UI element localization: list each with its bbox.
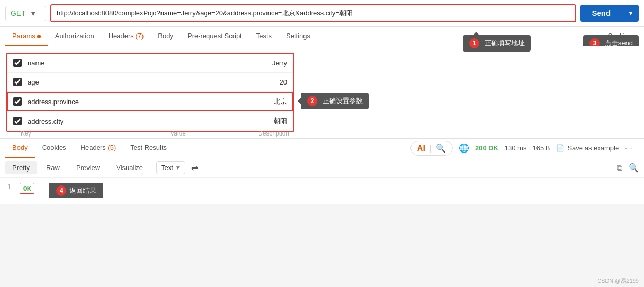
format-tab-raw-label: Raw <box>46 164 60 172</box>
send-dropdown-button[interactable]: ▼ <box>622 5 639 22</box>
response-body: 1 OK 4 返回结果 <box>0 178 644 204</box>
tooltip-2: 2 正确设置参数 <box>301 93 369 109</box>
save-as-example-button[interactable]: 📄 Save as example <box>556 144 619 152</box>
format-tabs-bar: Pretty Raw Preview Visualize Text ▼ ⇌ ⧉ … <box>0 158 644 178</box>
tab-cookies-top-label: Cookies <box>607 32 632 40</box>
format-select-value: Text <box>161 164 173 172</box>
format-tab-preview[interactable]: Preview <box>69 161 107 174</box>
step-badge-4: 4 <box>56 185 66 196</box>
save-icon: 📄 <box>556 144 564 152</box>
tab-tests[interactable]: Tests <box>249 27 279 46</box>
response-tab-headers-label: Headers (5) <box>81 144 116 151</box>
url-input[interactable] <box>51 5 575 21</box>
tab-settings[interactable]: Settings <box>279 27 317 46</box>
tab-tests-label: Tests <box>256 32 272 40</box>
response-tab-test-results[interactable]: Test Results <box>123 139 174 158</box>
format-select-arrow: ▼ <box>175 165 181 171</box>
tooltip-4: 4 返回结果 <box>49 183 103 198</box>
request-tabs-bar: Params Authorization Headers (7) Body Pr… <box>0 27 644 46</box>
save-example-label: Save as example <box>567 144 619 152</box>
format-tab-raw[interactable]: Raw <box>39 161 67 174</box>
tab-headers-label: Headers (7) <box>109 32 144 40</box>
format-tab-preview-label: Preview <box>76 164 100 172</box>
tab-settings-label: Settings <box>286 32 310 40</box>
globe-icon: 🌐 <box>459 143 469 153</box>
url-input-wrapper <box>50 4 576 22</box>
tab-cookies-top[interactable]: Cookies <box>600 27 639 46</box>
copy-icon[interactable]: ⧉ <box>617 163 622 173</box>
footer-value-label: Value <box>124 130 186 137</box>
method-label: GET <box>11 9 26 18</box>
more-options-button[interactable]: ··· <box>625 144 634 152</box>
send-button-group: Send ▼ <box>580 5 639 22</box>
param-checkbox-address-province[interactable] <box>13 97 22 106</box>
tooltip-1: 1 正确填写地址 <box>463 35 531 52</box>
tab-authorization[interactable]: Authorization <box>48 27 101 46</box>
format-tab-pretty[interactable]: Pretty <box>5 161 37 174</box>
param-value-address-province: 北京 <box>225 97 287 106</box>
tab-params-label: Params <box>12 32 35 40</box>
param-checkbox-age[interactable] <box>13 78 22 86</box>
tooltip-2-text: 正确设置参数 <box>323 97 363 105</box>
tooltip-4-text: 返回结果 <box>69 186 96 195</box>
param-key-address-city: address.city <box>28 117 219 125</box>
response-time: 130 ms <box>505 144 527 152</box>
param-value-address-city: 朝阳 <box>225 116 287 126</box>
method-selector[interactable]: GET ▼ <box>5 6 46 21</box>
line-number-1: 1 <box>7 183 11 191</box>
tab-authorization-label: Authorization <box>55 32 94 40</box>
response-size: 165 B <box>532 144 550 152</box>
search-icon: 🔍 <box>436 143 446 153</box>
param-row-address-city: address.city 朝阳 <box>7 111 293 131</box>
ai-search-badge[interactable]: AI | 🔍 <box>410 141 453 156</box>
param-row-address-province: address.province 北京 <box>7 92 293 111</box>
send-button[interactable]: Send <box>580 5 622 22</box>
param-value-name: Jerry <box>225 59 287 67</box>
response-tab-cookies-label: Cookies <box>42 144 66 151</box>
content-area: name Jerry age 20 address.province 北京 ad… <box>0 46 644 138</box>
param-key-age: age <box>28 78 219 86</box>
param-key-address-province: address.province <box>28 98 219 106</box>
response-tab-body-label: Body <box>12 144 28 151</box>
search-response-icon[interactable]: 🔍 <box>629 163 639 173</box>
param-row-age: age 20 <box>7 73 293 92</box>
response-tab-body[interactable]: Body <box>5 139 35 158</box>
tooltip-1-text: 正确填写地址 <box>485 39 525 47</box>
step-badge-2: 2 <box>307 96 317 106</box>
param-value-age: 20 <box>225 78 287 86</box>
response-tabs-bar: Body Cookies Headers (5) Test Results AI… <box>0 139 644 158</box>
response-tab-headers[interactable]: Headers (5) <box>74 139 123 158</box>
params-dot <box>37 35 41 38</box>
tab-headers[interactable]: Headers (7) <box>101 27 151 46</box>
param-key-name: name <box>28 59 219 67</box>
format-tab-visualize-label: Visualize <box>116 164 143 172</box>
format-tab-visualize[interactable]: Visualize <box>109 161 150 174</box>
response-tab-test-results-label: Test Results <box>130 144 167 151</box>
wrap-icon[interactable]: ⇌ <box>191 163 198 173</box>
response-meta: AI | 🔍 🌐 200 OK 130 ms 165 B 📄 Save as e… <box>405 141 639 156</box>
param-checkbox-address-city[interactable] <box>13 117 22 125</box>
tab-params[interactable]: Params <box>5 27 48 46</box>
params-footer: Key Value Description <box>6 130 294 137</box>
format-tab-pretty-label: Pretty <box>12 164 30 172</box>
tab-body[interactable]: Body <box>151 27 181 46</box>
ai-label: AI <box>417 144 425 153</box>
response-tab-cookies[interactable]: Cookies <box>35 139 74 158</box>
footer-desc-label: Description <box>186 130 294 137</box>
footer-key-label: Key <box>6 130 124 137</box>
response-ok-value: OK <box>20 183 35 194</box>
tab-body-label: Body <box>158 32 173 40</box>
step-badge-1: 1 <box>469 38 479 48</box>
top-bar: GET ▼ Send ▼ 1 正确填写地址 3 点击send <box>0 0 644 27</box>
method-chevron: ▼ <box>30 9 37 18</box>
tab-pre-request-label: Pre-request Script <box>188 32 242 40</box>
response-status: 200 OK <box>475 144 498 152</box>
tab-pre-request[interactable]: Pre-request Script <box>181 27 249 46</box>
response-area: Body Cookies Headers (5) Test Results AI… <box>0 138 644 204</box>
format-select[interactable]: Text ▼ <box>156 161 185 174</box>
params-table: name Jerry age 20 address.province 北京 ad… <box>6 53 294 132</box>
param-row-name: name Jerry <box>7 54 293 73</box>
param-checkbox-name[interactable] <box>13 59 22 67</box>
